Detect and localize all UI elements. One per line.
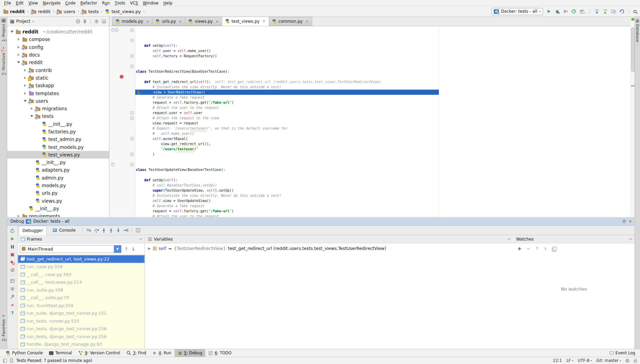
tree-item-admin-py[interactable]: admin.py — [7, 174, 109, 182]
code-line[interactable]: self.user = self.make_user() — [135, 48, 630, 53]
stack-frame-row[interactable]: run_tests, django_test_runner.py:256 — [18, 333, 145, 341]
code-line[interactable]: self.assertEqual( — [135, 136, 630, 141]
expand-arrow-icon[interactable] — [24, 69, 26, 72]
line-ending-selector[interactable]: LF▾ — [567, 358, 573, 363]
fold-marker-icon[interactable]: − — [130, 65, 134, 68]
code-line[interactable] — [135, 74, 630, 79]
fold-marker-icon[interactable]: − — [130, 29, 134, 32]
gutter-row[interactable] — [109, 183, 135, 188]
step-over-icon[interactable] — [94, 228, 99, 233]
tree-item-config[interactable]: config — [7, 43, 109, 51]
readonly-lock-icon[interactable] — [634, 360, 637, 363]
stack-frame-row[interactable]: test_get_redirect_url, test_views.py:22 — [18, 255, 145, 263]
gutter-row[interactable]: ↑− — [109, 162, 135, 167]
tree-item-__init__-py[interactable]: __init__.py — [7, 159, 109, 166]
settings-icon[interactable] — [10, 286, 15, 291]
variable-row[interactable]: ▶self = {TestUserRedirectView} test_get_… — [145, 243, 513, 251]
run-icon[interactable] — [547, 9, 551, 14]
project-panel-title[interactable]: Project — [16, 19, 30, 24]
current-execution-line[interactable]: view = UserRedirectView() — [135, 90, 630, 95]
collapse-all-icon[interactable] — [83, 19, 87, 24]
toolwindow-button-pythonconsole[interactable]: Python Console — [3, 349, 46, 357]
gutter-row[interactable] — [109, 141, 135, 146]
menu-item[interactable]: View — [26, 0, 40, 6]
menu-item[interactable]: Navigate — [40, 0, 63, 6]
overriding-method-icon[interactable]: ↑ — [111, 163, 115, 166]
event-log-button[interactable]: Event Log — [610, 351, 637, 355]
editor-gutter[interactable]: ↑↓−−−−−−−−↑− — [109, 26, 135, 217]
code-line[interactable]: view.request = request — [135, 121, 630, 126]
target-icon[interactable] — [76, 19, 80, 24]
gutter-row[interactable] — [109, 188, 135, 193]
stack-frame-row[interactable]: __call__, testcases.py:214 — [18, 279, 145, 286]
fold-marker-icon[interactable]: − — [130, 153, 134, 156]
close-icon[interactable]: × — [262, 19, 265, 23]
stack-frame-row[interactable]: handle, django_test_manage.py:93 — [18, 341, 145, 348]
editor-error-stripe[interactable] — [630, 17, 634, 217]
tree-item-adapters-py[interactable]: adapters.py — [7, 166, 109, 174]
fold-marker-icon[interactable]: − — [130, 39, 134, 42]
gutter-row[interactable] — [109, 172, 135, 178]
gutter-row[interactable] — [109, 100, 135, 105]
stack-frame-row[interactable]: run, tcunittest.py:259 — [18, 302, 145, 310]
copy-icon[interactable] — [553, 247, 557, 251]
tree-item-reddit[interactable]: reddit — [7, 59, 109, 66]
git-branch-selector[interactable]: Git: master▾ — [596, 358, 621, 363]
code-line[interactable] — [135, 64, 630, 69]
code-line[interactable] — [135, 59, 630, 64]
move-down-icon[interactable]: ↓ — [544, 246, 547, 251]
breadcrumb-item[interactable]: users — [57, 9, 75, 14]
close-icon[interactable]: × — [146, 19, 149, 24]
tree-item-requirements[interactable]: requirements — [7, 212, 109, 217]
tree-item-models-py[interactable]: models.py — [7, 182, 109, 189]
expand-arrow-icon[interactable] — [31, 107, 33, 110]
gutter-row[interactable] — [109, 126, 135, 131]
toolwindow-switcher-icon[interactable] — [3, 359, 7, 363]
run-config-selector[interactable]: Docker: tests - all ▾ — [491, 8, 543, 15]
gutter-row[interactable] — [109, 157, 135, 162]
tree-item-test_admin-py[interactable]: test_admin.py — [7, 135, 109, 143]
hector-inspector-icon[interactable] — [626, 359, 629, 363]
code-line[interactable]: # Generate a fake request — [135, 95, 630, 100]
breadcrumb-item[interactable]: reddit — [3, 9, 25, 14]
gutter-row[interactable] — [109, 95, 135, 100]
gutter-row[interactable] — [109, 198, 135, 203]
vcs-up-icon[interactable]: VCS — [603, 9, 608, 14]
code-line[interactable]: class TestUserUpdateView(BaseUserTestCas… — [135, 167, 630, 172]
gutter-row[interactable] — [109, 203, 135, 209]
tree-item-tests[interactable]: tests — [7, 112, 109, 120]
close-icon[interactable]: × — [216, 19, 219, 24]
gutter-row[interactable] — [109, 193, 135, 198]
stack-frame-row[interactable]: run, suite.py:108 — [18, 286, 145, 294]
gear-icon[interactable] — [622, 219, 627, 224]
hide-panel-icon[interactable]: ▾ — [629, 219, 631, 224]
code-line[interactable]: # Instantiate the view directly. Never d… — [135, 193, 630, 198]
gutter-row[interactable]: − — [109, 64, 135, 69]
code-line[interactable] — [135, 162, 630, 167]
fold-marker-icon[interactable]: − — [130, 137, 134, 140]
tab-console[interactable]: Console — [49, 226, 79, 235]
code-line[interactable]: # Attach the user to the request — [135, 105, 630, 110]
tab-models-py[interactable]: models.py× — [112, 17, 152, 26]
breadcrumb-item[interactable]: test_views.py — [105, 9, 141, 14]
expand-arrow-icon[interactable] — [24, 77, 26, 79]
stack-frame-row[interactable]: run_suite, django_test_runner.py:151 — [18, 310, 145, 317]
tree-item-taskapp[interactable]: taskapp — [7, 82, 109, 89]
tab-common-py[interactable]: common.py× — [269, 17, 312, 26]
profiler-icon[interactable] — [571, 9, 576, 14]
coverage-icon[interactable] — [563, 9, 568, 14]
history-icon[interactable] — [611, 9, 616, 14]
expand-arrow-icon[interactable]: ▶ — [148, 246, 151, 250]
step-into-icon[interactable] — [101, 228, 106, 233]
caret-position[interactable]: 22:1 — [553, 358, 562, 363]
toolwindow-button-todo[interactable]: 6: TODO — [205, 349, 235, 357]
toolwindow-button-terminal[interactable]: Terminal — [46, 349, 75, 357]
code-line[interactable]: # Instantiate the view directly. Never d… — [135, 84, 630, 90]
gutter-row[interactable] — [109, 131, 135, 136]
expand-arrow-icon[interactable] — [24, 92, 26, 95]
vcs-down-icon[interactable]: VCS — [594, 9, 599, 14]
gutter-row[interactable] — [109, 209, 135, 214]
collapse-arrow-icon[interactable] — [30, 115, 33, 117]
status-message[interactable]: Tests Passed: 7 passed (a minute ago) — [16, 358, 92, 363]
code-line[interactable]: class TestUserRedirectView(BaseUserTestC… — [135, 69, 630, 74]
